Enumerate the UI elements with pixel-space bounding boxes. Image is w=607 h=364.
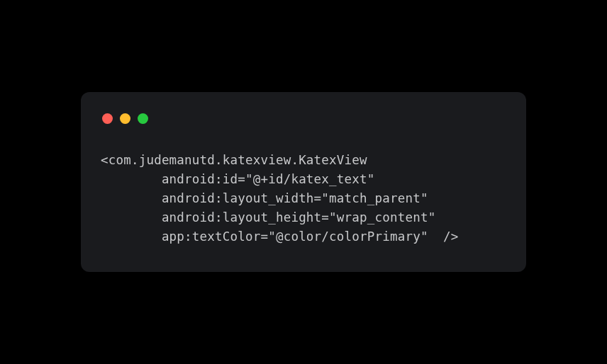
code-line: android:layout_width="match_parent" xyxy=(101,191,428,205)
code-line: <com.judemanutd.katexview.KatexView xyxy=(101,153,367,167)
close-icon[interactable] xyxy=(102,113,113,124)
code-window: <com.judemanutd.katexview.KatexView andr… xyxy=(81,92,526,273)
maximize-icon[interactable] xyxy=(138,113,148,124)
code-line: app:textColor="@color/colorPrimary" /> xyxy=(101,229,459,244)
minimize-icon[interactable] xyxy=(120,113,130,124)
window-controls xyxy=(102,113,506,124)
code-block: <com.judemanutd.katexview.KatexView andr… xyxy=(101,151,506,247)
code-line: android:id="@+id/katex_text" xyxy=(101,172,375,186)
code-line: android:layout_height="wrap_content" xyxy=(101,210,435,224)
